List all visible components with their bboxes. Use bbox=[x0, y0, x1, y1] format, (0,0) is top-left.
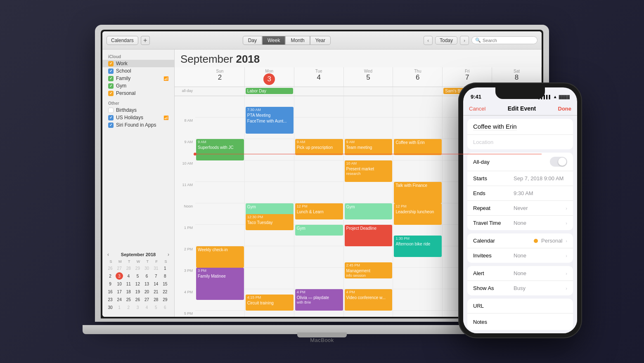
time-cell[interactable] bbox=[245, 268, 294, 289]
time-cell[interactable] bbox=[344, 118, 393, 139]
travel-field[interactable]: Travel Time None › bbox=[467, 216, 573, 230]
sidebar-item-gym[interactable]: Gym bbox=[102, 82, 174, 90]
mini-day[interactable]: 18 bbox=[125, 288, 132, 295]
sidebar-item-family[interactable]: Family 📶 bbox=[102, 75, 174, 82]
mini-day[interactable]: 6 bbox=[143, 272, 151, 280]
time-cell[interactable] bbox=[294, 311, 344, 317]
mini-day[interactable]: 4 bbox=[125, 272, 132, 280]
mini-day[interactable]: 30 bbox=[107, 304, 114, 311]
sidebar-item-siri-apps[interactable]: Siri Found in Apps bbox=[102, 121, 174, 129]
time-cell[interactable] bbox=[294, 160, 344, 182]
mini-day[interactable]: 1 bbox=[116, 304, 123, 311]
mini-day[interactable]: 26 bbox=[107, 264, 114, 272]
mini-day[interactable]: 7 bbox=[152, 272, 160, 280]
sidebar-item-school[interactable]: School bbox=[102, 67, 174, 75]
calendar-event[interactable]: Talk with Finance bbox=[394, 182, 442, 203]
time-cell[interactable] bbox=[294, 182, 344, 203]
calendar-event[interactable]: 12 PMLunch & Learn bbox=[295, 203, 343, 219]
calendar-event[interactable]: 1:30 PMAfternoon bike ride bbox=[394, 236, 442, 257]
time-cell[interactable] bbox=[195, 160, 245, 182]
calendar-event[interactable]: 9 AMSuperfoods with JC bbox=[196, 139, 244, 160]
mini-day[interactable]: 5 bbox=[134, 272, 141, 280]
mini-day[interactable]: 3 bbox=[134, 304, 141, 311]
mini-day[interactable]: 17 bbox=[116, 288, 123, 295]
url-field[interactable]: URL bbox=[467, 299, 573, 314]
month-view-button[interactable]: Month bbox=[285, 36, 310, 45]
calendar-event[interactable]: Gym bbox=[295, 225, 343, 236]
us-holidays-checkbox[interactable] bbox=[108, 115, 114, 120]
calendar-event[interactable]: 10 AMPresent marketresearch bbox=[345, 160, 393, 182]
calendars-button[interactable]: Calendars bbox=[107, 36, 138, 45]
time-cell[interactable] bbox=[195, 182, 245, 203]
calendar-event[interactable]: 4 PMVideo conference w... bbox=[345, 289, 393, 311]
mini-day[interactable]: 31 bbox=[152, 264, 160, 272]
time-cell[interactable] bbox=[393, 268, 443, 289]
today-button[interactable]: Today bbox=[435, 36, 457, 45]
time-cell[interactable] bbox=[195, 311, 245, 317]
mini-day[interactable]: 29 bbox=[161, 296, 169, 303]
add-calendar-button[interactable]: + bbox=[141, 36, 150, 45]
mini-day[interactable]: 21 bbox=[152, 288, 160, 295]
allday-field[interactable]: All-day bbox=[467, 153, 573, 171]
mini-day[interactable]: 23 bbox=[107, 296, 114, 303]
time-cell[interactable] bbox=[344, 311, 393, 317]
family-checkbox[interactable] bbox=[108, 76, 114, 81]
year-view-button[interactable]: Year bbox=[310, 36, 331, 45]
done-button[interactable]: Done bbox=[558, 106, 572, 112]
calendar-event[interactable]: 9 AMTeam meeting bbox=[345, 139, 393, 155]
time-cell[interactable] bbox=[245, 160, 294, 182]
mini-day[interactable]: 12 bbox=[134, 280, 141, 288]
time-cell[interactable] bbox=[245, 182, 294, 203]
time-cell[interactable] bbox=[195, 203, 245, 225]
time-cell[interactable] bbox=[344, 96, 393, 118]
time-cell[interactable] bbox=[294, 268, 344, 289]
calendar-event[interactable]: 3 PMFamily Matinee bbox=[196, 268, 244, 300]
calendar-event[interactable]: 2:45 PMManagementinfo session bbox=[345, 262, 393, 278]
mini-day[interactable]: 24 bbox=[116, 296, 123, 303]
mini-day[interactable]: 2 bbox=[125, 304, 132, 311]
siri-apps-checkbox[interactable] bbox=[108, 123, 114, 128]
mini-day[interactable]: 22 bbox=[161, 288, 169, 295]
mini-day[interactable]: 27 bbox=[143, 296, 151, 303]
mini-day[interactable]: 6 bbox=[161, 304, 169, 311]
mini-day[interactable]: 14 bbox=[152, 280, 160, 288]
location-field[interactable]: Location bbox=[467, 135, 573, 149]
mini-day[interactable]: 20 bbox=[143, 288, 151, 295]
time-cell[interactable] bbox=[393, 289, 443, 311]
alert-field[interactable]: Alert None › bbox=[467, 266, 573, 281]
calendar-event[interactable]: 4 PMOlivia — playdatewith Brie bbox=[295, 289, 343, 311]
sidebar-item-birthdays[interactable]: Birthdays bbox=[102, 106, 174, 114]
mini-day[interactable]: 2 bbox=[107, 272, 114, 280]
allday-toggle[interactable] bbox=[550, 157, 567, 167]
sidebar-item-work[interactable]: Work bbox=[102, 60, 174, 67]
calendar-event[interactable]: Project Deadline bbox=[345, 225, 393, 246]
mini-day[interactable]: 9 bbox=[107, 280, 114, 288]
time-cell[interactable] bbox=[245, 139, 294, 160]
search-box[interactable]: 🔍 bbox=[471, 36, 537, 44]
mini-day[interactable]: 1 bbox=[161, 264, 169, 272]
time-cell[interactable] bbox=[195, 225, 245, 246]
sidebar-item-us-holidays[interactable]: US Holidays 📶 bbox=[102, 114, 174, 121]
cancel-button[interactable]: Cancel bbox=[469, 106, 485, 112]
labor-day-event[interactable]: Labor Day bbox=[246, 88, 293, 94]
work-checkbox[interactable] bbox=[108, 61, 114, 66]
mini-day[interactable]: 13 bbox=[143, 280, 151, 288]
time-cell[interactable] bbox=[245, 246, 294, 268]
mini-day[interactable]: 30 bbox=[143, 264, 151, 272]
notes-field[interactable]: Notes bbox=[467, 314, 573, 330]
calendar-event[interactable]: 9 AMPick up prescription bbox=[295, 139, 343, 155]
calendar-event[interactable]: Gym bbox=[345, 203, 393, 219]
ends-field[interactable]: Ends 9:30 AM bbox=[467, 186, 573, 201]
starts-field[interactable]: Starts Sep 7, 2018 9:00 AM bbox=[467, 171, 573, 186]
time-cell[interactable] bbox=[393, 160, 443, 182]
calendar-event[interactable]: 4:15 PMCircuit training bbox=[246, 295, 294, 311]
mini-next-button[interactable]: › bbox=[167, 252, 170, 257]
calendar-field[interactable]: Calendar Personal › bbox=[467, 233, 573, 248]
calendar-event[interactable]: 12 PMLeadership luncheon bbox=[394, 203, 442, 225]
gym-checkbox[interactable] bbox=[108, 83, 114, 89]
mini-day[interactable]: 5 bbox=[152, 304, 160, 311]
mini-day[interactable]: 19 bbox=[134, 288, 141, 295]
mini-day[interactable]: 16 bbox=[107, 288, 114, 295]
mini-day[interactable]: 28 bbox=[152, 296, 160, 303]
time-cell[interactable] bbox=[344, 182, 393, 203]
